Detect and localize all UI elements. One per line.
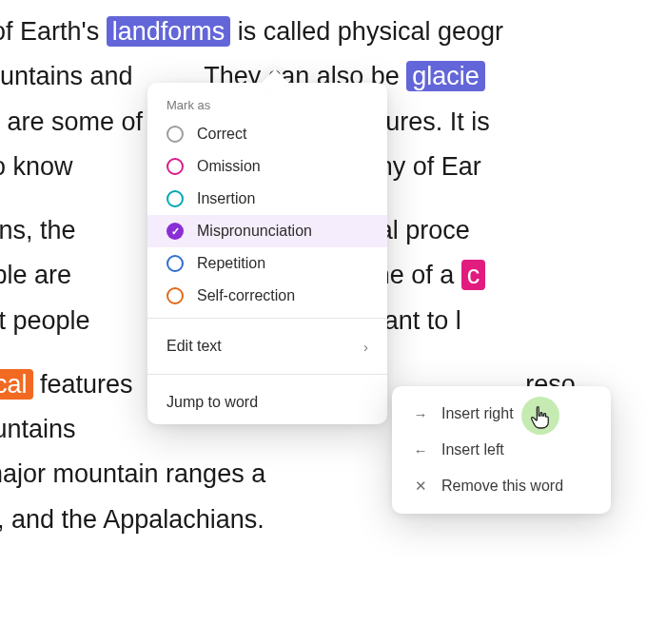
submenu-label: Insert left bbox=[441, 441, 504, 459]
close-icon: ✕ bbox=[413, 478, 428, 495]
jump-to-word-action[interactable]: Jump to word bbox=[147, 381, 387, 424]
mark-option-mispronunciation[interactable]: Mispronunciation bbox=[147, 215, 387, 247]
option-label: Omission bbox=[197, 158, 261, 175]
arrow-right-icon: → bbox=[413, 406, 428, 422]
radio-icon bbox=[166, 158, 184, 175]
option-label: Self-correction bbox=[197, 287, 295, 304]
submenu-label: Insert right bbox=[441, 405, 514, 422]
radio-icon bbox=[166, 190, 184, 207]
divider bbox=[147, 318, 387, 319]
insert-right-action[interactable]: → Insert right bbox=[392, 396, 611, 432]
passage-text: is called physical geogr bbox=[230, 17, 503, 46]
radio-icon bbox=[166, 255, 184, 272]
option-label: Repetition bbox=[197, 255, 265, 272]
highlighted-word-landforms[interactable]: landforms bbox=[107, 16, 231, 47]
option-label: Insertion bbox=[197, 190, 255, 207]
option-label: Mispronunciation bbox=[197, 223, 312, 240]
mark-option-omission[interactable]: Omission bbox=[147, 150, 387, 183]
passage-text: tains, and the Appalachians. bbox=[0, 505, 264, 534]
radio-icon bbox=[166, 126, 184, 143]
passage-text: udy of Earth's bbox=[0, 17, 107, 46]
edit-text-action[interactable]: Edit text › bbox=[147, 324, 387, 368]
mark-option-self-correction[interactable]: Self-correction bbox=[147, 280, 387, 312]
radio-icon bbox=[166, 287, 184, 304]
divider bbox=[147, 374, 387, 375]
option-label: Correct bbox=[197, 126, 246, 143]
highlighted-word-c[interactable]: c bbox=[461, 260, 486, 290]
radio-icon-selected bbox=[166, 223, 184, 240]
action-label: Jump to word bbox=[166, 394, 258, 411]
mark-as-popover: Mark as Correct Omission Insertion Mispr… bbox=[147, 83, 387, 424]
mark-option-correct[interactable]: Correct bbox=[147, 118, 387, 150]
chevron-right-icon: › bbox=[363, 339, 368, 355]
insert-left-action[interactable]: ← Insert left bbox=[392, 432, 611, 468]
mark-option-insertion[interactable]: Insertion bbox=[147, 183, 387, 215]
action-label: Edit text bbox=[166, 338, 222, 355]
remove-word-action[interactable]: ✕ Remove this word bbox=[392, 468, 611, 504]
mark-option-repetition[interactable]: Repetition bbox=[147, 247, 387, 280]
edit-text-submenu: → Insert right ← Insert left ✕ Remove th… bbox=[392, 386, 611, 514]
arrow-left-icon: ← bbox=[413, 442, 428, 459]
highlighted-word-glacie[interactable]: glacie bbox=[406, 61, 485, 91]
popover-section-label: Mark as bbox=[147, 87, 387, 118]
submenu-label: Remove this word bbox=[441, 478, 563, 495]
highlighted-word-hysical[interactable]: hysical bbox=[0, 369, 33, 400]
